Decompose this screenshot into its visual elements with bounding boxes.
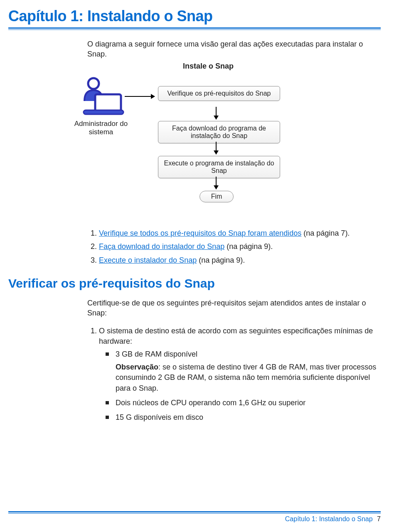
admin-icon [76,77,126,116]
hw-ram-text: 3 GB de RAM disponível [116,350,197,358]
step-1-suffix: (na página 7). [301,229,350,237]
svg-point-0 [88,78,99,89]
step-1-link[interactable]: Verifique se todos os pré-requisitos do … [99,229,301,237]
footer-chapter: Capítulo 1: Instalando o Snap [285,515,373,522]
diagram-step-3: Execute o programa de instalação do Snap [158,156,280,178]
actor-label: Administrador do sistema [62,120,140,136]
step-3-suffix: (na página 9). [197,256,245,264]
page-footer: Capítulo 1: Instalando o Snap 7 [8,511,381,523]
prereq-1-text: O sistema de destino está de acordo com … [99,327,373,345]
step-item-3: Execute o instalador do Snap (na página … [99,254,381,266]
svg-rect-2 [84,110,123,114]
diagram-title: Instale o Snap [183,62,234,71]
section-heading: Verificar os pré-requisitos do Snap [8,276,381,291]
intro-paragraph: O diagrama a seguir fornece uma visão ge… [87,39,381,59]
chapter-title: Capítulo 1: Instalando o Snap [8,7,381,25]
title-rule [8,27,381,30]
install-diagram: Instale o Snap Administrador do sistema … [58,62,381,220]
prereq-item-1: O sistema de destino está de acordo com … [99,326,381,423]
diagram-step-1: Verifique os pré-requisitos do Snap [158,86,280,101]
ram-note: Observação: se o sistema de destino tive… [116,362,381,394]
diagram-end: Fim [200,191,234,202]
step-2-suffix: (na página 9). [224,242,273,251]
section-lead: Certifique-se de que os seguintes pré-re… [87,298,381,318]
footer-page-number: 7 [377,515,381,522]
arrow-down-icon [216,142,217,154]
step-item-1: Verifique se todos os pré-requisitos do … [99,227,381,239]
steps-list: Verifique se todos os pré-requisitos do … [87,227,381,266]
prereq-list: O sistema de destino está de acordo com … [87,326,381,423]
hw-bullet-ram: 3 GB de RAM disponível Observação: se o … [116,349,381,394]
diagram-actor: Administrador do sistema [62,77,140,136]
hw-bullet-disk: 15 G disponíveis em disco [116,412,381,423]
diagram-step-2: Faça download do programa de instalação … [158,121,280,143]
hw-bullet-cpu: Dois núcleos de CPU operando com 1,6 GHz… [116,398,381,408]
svg-rect-1 [95,94,121,112]
arrow-right-icon [125,96,155,97]
hw-spec-list: 3 GB de RAM disponível Observação: se o … [99,349,381,423]
arrow-down-icon [216,107,217,119]
step-item-2: Faça download do instalador do Snap (na … [99,241,381,253]
step-3-link[interactable]: Execute o instalador do Snap [99,256,197,264]
step-2-link[interactable]: Faça download do instalador do Snap [99,242,224,251]
note-label: Observação [116,363,158,371]
arrow-down-icon [216,177,217,189]
